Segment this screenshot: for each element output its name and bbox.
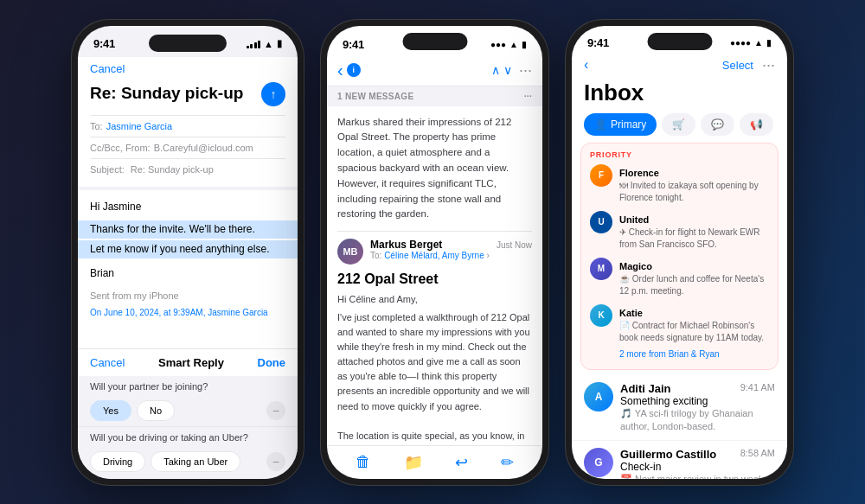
smart-reply-done[interactable]: Done: [258, 356, 286, 369]
folder-button[interactable]: 📁: [404, 453, 423, 472]
message-sender-row: MB Markus Berget Just Now To: Céline Mél…: [337, 239, 532, 265]
inbox-item-aditi[interactable]: A Aditi Jain 9:41 AM Something exciting …: [572, 375, 787, 442]
priority-section: PRIORITY F Florence 🍽 Invited to izakaya…: [580, 143, 778, 370]
subject-value: Re: Sunday pick-up: [131, 164, 214, 175]
signal-icon-2: ●●●: [490, 40, 506, 49]
sender-time: Just Now: [497, 240, 532, 250]
florence-avatar: F: [590, 164, 612, 187]
battery-icon: ▮: [277, 38, 282, 49]
thread-prev-button[interactable]: ∧: [491, 63, 500, 77]
status-icons-1: ▲ ▮: [247, 38, 282, 49]
time-1: 9:41: [93, 37, 115, 50]
katie-message: 📄 Contract for Michael Robinson's book n…: [619, 320, 769, 344]
priority-item-united[interactable]: U United ✈ Check-in for flight to Newark…: [590, 211, 769, 251]
inbox-select-button[interactable]: Select: [722, 59, 753, 72]
compose-button[interactable]: ✏: [501, 453, 514, 472]
tab-social[interactable]: 💬: [701, 113, 734, 136]
united-content: United ✈ Check-in for flight to Newark E…: [619, 211, 769, 251]
reply-uber-button[interactable]: Taking an Uber: [151, 451, 240, 472]
priority-more-link[interactable]: 2 more from Brian & Ryan: [619, 349, 769, 359]
sender-info: Markus Berget Just Now To: Céline Mélard…: [370, 239, 532, 260]
wifi-icon: ▲: [264, 39, 273, 49]
bubble-icon: 💬: [711, 118, 724, 131]
notch-3: [647, 33, 712, 50]
signal-icon: [247, 40, 261, 48]
aditi-name: Aditi Jain: [620, 382, 671, 395]
reply-driving-button[interactable]: Driving: [90, 451, 145, 472]
new-message-banner: 1 NEW MESSAGE ···: [327, 86, 542, 106]
magico-name: Magico: [619, 261, 652, 271]
sender-to: To: Céline Mélard, Amy Byrne ›: [370, 251, 532, 260]
inbox-nav: ‹ Select ···: [572, 53, 787, 80]
magico-content: Magico ☕ Order lunch and coffee for Neet…: [619, 258, 769, 297]
florence-message: 🍽 Invited to izakaya soft opening by Flo…: [619, 180, 769, 204]
thread-info-button[interactable]: i: [347, 63, 361, 77]
phone-thread: 9:41 ●●● ▲ ▮ ‹ i ∧ ∨ ···: [320, 19, 549, 486]
battery-icon-3: ▮: [766, 38, 772, 48]
katie-content: Katie 📄 Contract for Michael Robinson's …: [619, 304, 769, 344]
smart-reply-question-1: Will your partner be joining?: [78, 376, 298, 397]
guillermo-avatar: G: [584, 448, 613, 477]
signature: Brian: [90, 265, 285, 282]
sender-name: Markus Berget: [370, 239, 442, 251]
compose-body[interactable]: Hi Jasmine Thanks for the invite. We'll …: [78, 190, 298, 348]
tab-primary-label: Primary: [611, 118, 646, 131]
thread-nav: ‹ i ∧ ∨ ···: [327, 57, 542, 86]
thread-preview-text: Markus shared their impressions of 212 O…: [337, 115, 532, 223]
inbox-back-button[interactable]: ‹: [584, 57, 588, 73]
reply-more-button[interactable]: –: [266, 401, 285, 420]
smart-reply-question-2: Will you be driving or taking an Uber?: [78, 426, 298, 448]
time-2: 9:41: [343, 38, 364, 51]
to-label: To:: [90, 121, 103, 131]
signal-icon-3: ●●●●: [730, 38, 751, 48]
thread-more-button[interactable]: ···: [519, 61, 532, 80]
reply-no-button[interactable]: No: [137, 400, 175, 421]
ccbcc-value[interactable]: B.Careyful@icloud.com: [154, 143, 253, 153]
united-avatar: U: [590, 211, 612, 233]
smart-reply-label: Smart Reply: [158, 356, 224, 369]
aditi-content: Aditi Jain 9:41 AM Something exciting 🎵 …: [620, 382, 775, 434]
united-name: United: [619, 214, 649, 225]
banner-more: ···: [524, 92, 532, 101]
cancel-button[interactable]: Cancel: [90, 62, 125, 75]
tab-updates[interactable]: 📢: [740, 113, 773, 136]
smart-reply-cancel[interactable]: Cancel: [90, 356, 125, 369]
speaker-icon: 📢: [750, 118, 763, 131]
battery-icon-2: ▮: [522, 40, 527, 49]
reply-button[interactable]: ↩: [455, 453, 468, 472]
tab-primary[interactable]: 👤 Primary: [584, 113, 657, 136]
reply-yes-button[interactable]: Yes: [90, 400, 131, 421]
message-body: I've just completed a walkthrough of 212…: [337, 310, 532, 444]
to-value[interactable]: Jasmine Garcia: [106, 121, 172, 131]
reply-more-button-2[interactable]: –: [266, 452, 285, 471]
notch-1: [149, 35, 227, 52]
inbox-more-button[interactable]: ···: [762, 56, 775, 74]
thread-next-button[interactable]: ∨: [503, 63, 512, 77]
person-icon: 👤: [594, 118, 607, 131]
status-icons-3: ●●●● ▲ ▮: [730, 38, 772, 48]
thread-back-button[interactable]: ‹: [337, 61, 343, 80]
florence-name: Florence: [619, 168, 659, 178]
priority-item-katie[interactable]: K Katie 📄 Contract for Michael Robinson'…: [590, 304, 769, 344]
priority-item-magico[interactable]: M Magico ☕ Order lunch and coffee for Ne…: [590, 258, 769, 297]
magico-avatar: M: [590, 258, 612, 280]
smart-reply-options-1: Yes No –: [78, 397, 298, 426]
subject-label: Subject:: [90, 164, 125, 175]
trash-button[interactable]: 🗑: [356, 453, 371, 471]
aditi-preview: 🎵 YA sci-fi trilogy by Ghanaian author, …: [620, 407, 775, 434]
tab-shopping[interactable]: 🛒: [662, 113, 695, 136]
send-button[interactable]: [261, 82, 285, 106]
phone-inbox: 9:41 ●●●● ▲ ▮ ‹ Select ··· Inbox: [565, 19, 794, 486]
status-icons-2: ●●● ▲ ▮: [490, 40, 527, 49]
united-message: ✈ Check-in for flight to Newark EWR from…: [619, 226, 769, 251]
notch-2: [402, 33, 467, 50]
guillermo-content: Guillermo Castillo 8:58 AM Check-in 📅 Ne…: [620, 448, 775, 478]
guillermo-subject: Check-in: [620, 461, 775, 473]
cart-icon: 🛒: [672, 118, 685, 131]
priority-item-florence[interactable]: F Florence 🍽 Invited to izakaya soft ope…: [590, 164, 769, 204]
priority-label: PRIORITY: [590, 150, 769, 159]
inbox-item-guillermo[interactable]: G Guillermo Castillo 8:58 AM Check-in 📅 …: [572, 441, 787, 478]
greeting: Hi Jasmine: [90, 199, 285, 215]
katie-avatar: K: [590, 304, 612, 327]
inbox-tabs: 👤 Primary 🛒 💬 📢: [572, 113, 787, 143]
